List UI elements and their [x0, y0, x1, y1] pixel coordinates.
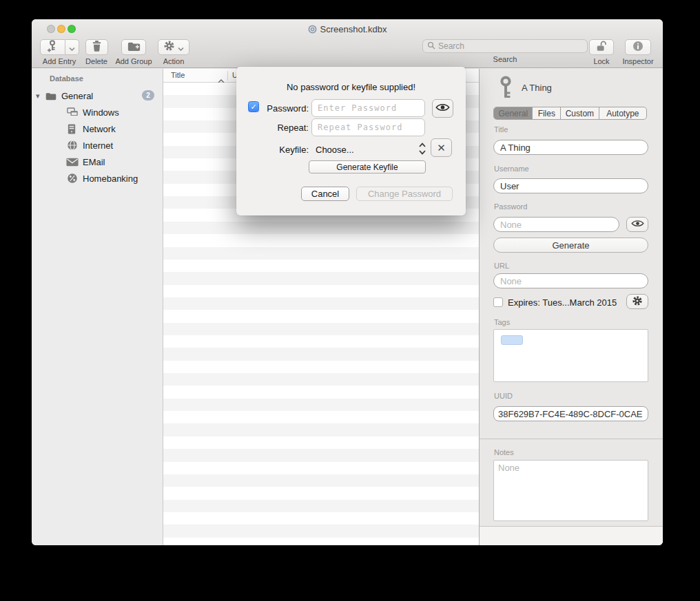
sidebar-item-label: General [61, 91, 93, 101]
change-password-button[interactable]: Change Password [356, 187, 453, 201]
notes-field[interactable] [493, 460, 648, 521]
url-field[interactable] [493, 273, 648, 288]
key-icon [500, 76, 512, 101]
server-icon [68, 124, 76, 134]
sidebar-item-label: EMail [83, 157, 105, 167]
key-plus-icon [47, 40, 58, 55]
gear-icon [632, 295, 643, 308]
inspector-group: Inspector [619, 39, 657, 65]
delete-label: Delete [85, 57, 107, 65]
sidebar-item-label: Internet [83, 140, 113, 151]
inspector-label: Inspector [622, 57, 653, 65]
sidebar-item-general[interactable]: ▾ General 2 [32, 87, 163, 104]
add-group-button[interactable] [121, 39, 146, 55]
clear-keyfile-button[interactable]: ✕ [431, 138, 452, 157]
inspector-footer [480, 526, 663, 545]
chevron-down-icon [178, 41, 184, 54]
lock-group: Lock [586, 39, 617, 65]
tab-files[interactable]: Files [532, 107, 560, 119]
tag-pill[interactable] [501, 335, 523, 345]
tab-custom[interactable]: Custom [560, 107, 599, 119]
lock-button[interactable] [589, 39, 614, 55]
delete-button[interactable] [85, 39, 108, 55]
stepper-chevrons-icon[interactable] [418, 141, 427, 159]
info-icon [632, 41, 644, 54]
keyfile-label: Keyfile: [248, 145, 309, 155]
window-title: Screenshot.kdbx [320, 24, 387, 34]
show-password-button[interactable] [626, 217, 648, 232]
action-button[interactable] [158, 39, 189, 55]
repeat-password-input[interactable] [311, 118, 425, 136]
inspector-button[interactable] [625, 39, 651, 55]
lock-label: Lock [593, 57, 609, 65]
enter-password-input[interactable] [311, 99, 425, 117]
globe-icon [67, 140, 78, 151]
username-field[interactable] [493, 178, 648, 193]
window-title-area: Screenshot.kdbx [32, 24, 663, 36]
tab-autotype[interactable]: Autotype [599, 107, 646, 119]
gear-icon [163, 40, 175, 54]
add-entry-dropdown-button[interactable] [65, 39, 79, 55]
generate-keyfile-button[interactable]: Generate Keyfile [309, 160, 426, 173]
dialog-message: No password or keyfile supplied! [236, 82, 466, 92]
add-group-label: Add Group [115, 57, 152, 65]
keyfile-popup-button[interactable]: Choose... [316, 145, 354, 155]
sidebar-item-label: Windows [83, 107, 119, 118]
generate-password-button[interactable]: Generate [493, 238, 648, 253]
unlocked-padlock-icon [595, 40, 608, 54]
add-entry-button[interactable] [40, 39, 65, 55]
show-password-button[interactable] [432, 99, 453, 118]
chevron-down-icon [69, 41, 75, 54]
trash-icon [92, 40, 102, 54]
password-field-label: Password [494, 202, 527, 211]
sidebar-item-email[interactable]: EMail [32, 154, 163, 170]
password-field[interactable] [493, 217, 619, 232]
search-input[interactable] [438, 41, 583, 51]
inspector-tabs: General Files Custom Autotype [493, 107, 647, 120]
sidebar-item-windows[interactable]: Windows [32, 104, 163, 120]
column-header-title[interactable]: Title [171, 71, 185, 79]
uuid-field[interactable] [493, 406, 648, 421]
url-field-label: URL [494, 262, 509, 270]
eye-icon [631, 219, 644, 230]
sidebar-item-label: Homebanking [83, 173, 138, 184]
repeat-label: Repeat: [248, 123, 309, 133]
inspector-divider [480, 439, 663, 439]
group-sidebar: Database ▾ General 2 Windows Networ [32, 69, 163, 545]
action-group: Action [156, 39, 192, 65]
close-x-icon: ✕ [437, 142, 446, 154]
tags-box[interactable] [493, 329, 648, 382]
search-icon [427, 40, 435, 52]
app-window: Screenshot.kdbx Add Entry [32, 19, 663, 545]
disclosure-triangle-icon[interactable]: ▾ [36, 92, 40, 101]
action-label: Action [163, 57, 185, 65]
expires-checkbox[interactable] [493, 297, 503, 307]
title-field-label: Title [494, 125, 508, 134]
column-divider[interactable] [227, 71, 228, 81]
tags-field-label: Tags [494, 318, 510, 326]
entry-count-badge: 2 [142, 90, 154, 101]
delete-group: Delete [80, 39, 113, 65]
entry-title: A Thing [522, 83, 552, 93]
expires-settings-button[interactable] [626, 294, 648, 309]
folder-plus-icon [127, 41, 141, 54]
document-proxy-icon [308, 25, 317, 36]
envelope-icon [66, 158, 79, 167]
titlebar-toolbar: Screenshot.kdbx Add Entry [32, 19, 663, 68]
notes-field-label: Notes [494, 448, 514, 456]
change-password-dialog: No password or keyfile supplied! ✓ Passw… [236, 67, 466, 215]
sidebar-item-network[interactable]: Network [32, 120, 163, 137]
tab-general[interactable]: General [494, 107, 532, 119]
cancel-button[interactable]: Cancel [301, 187, 349, 201]
search-label: Search [493, 55, 517, 63]
windows-group-icon [67, 107, 79, 117]
title-field[interactable] [493, 140, 648, 155]
add-entry-group: Add Entry [37, 39, 81, 65]
password-label: Password: [248, 103, 309, 114]
sidebar-item-internet[interactable]: Internet [32, 137, 163, 154]
sidebar-item-homebanking[interactable]: Homebanking [32, 170, 163, 187]
sidebar-item-label: Network [83, 124, 116, 134]
uuid-field-label: UUID [494, 392, 513, 400]
folder-icon [45, 92, 56, 101]
sidebar-section-header: Database [50, 74, 83, 83]
